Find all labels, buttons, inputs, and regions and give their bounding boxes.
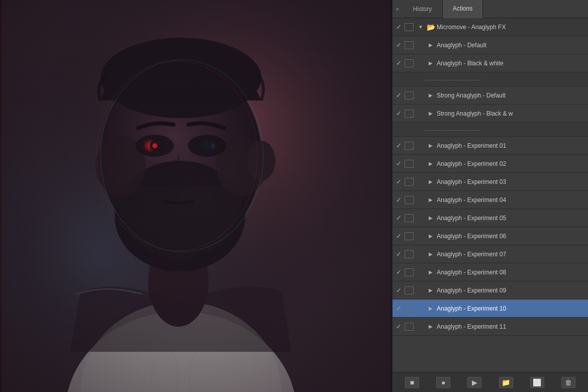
action-label-11: Anaglyph - Experiment 05 <box>436 215 586 222</box>
action-color-box-8 <box>405 160 414 168</box>
action-checkmark-12: ✓ <box>393 232 405 240</box>
separator-row-6: ------------------------ <box>393 123 588 137</box>
action-color-box-13 <box>405 250 414 258</box>
action-checkmark-7: ✓ <box>393 142 405 149</box>
action-checkmark-8: ✓ <box>393 160 405 167</box>
group-checkmark: ✓ <box>393 23 405 31</box>
close-button[interactable]: × <box>393 0 403 18</box>
action-expand-arrow-1[interactable]: ▶ <box>426 42 436 48</box>
action-row-11[interactable]: ✓▶Anaglyph - Experiment 05 <box>393 209 588 227</box>
action-expand-arrow-7[interactable]: ▶ <box>426 143 436 148</box>
actions-list[interactable]: ✓ ▼ 📂 Micromove - Anaglyph FX ✓▶Anaglyph… <box>393 18 588 372</box>
action-label-4: Strong Anaglyph - Default <box>436 92 586 99</box>
action-color-box-12 <box>405 232 414 240</box>
group-folder-icon: 📂 <box>426 23 436 31</box>
action-expand-arrow-10[interactable]: ▶ <box>426 197 436 203</box>
action-expand-arrow-4[interactable]: ▶ <box>426 92 436 98</box>
action-label-17: Anaglyph - Experiment 11 <box>436 323 586 330</box>
action-row-8[interactable]: ✓▶Anaglyph - Experiment 02 <box>393 155 588 173</box>
action-checkmark-4: ✓ <box>393 91 405 99</box>
action-row-17[interactable]: ✓▶Anaglyph - Experiment 11 <box>393 318 588 336</box>
action-label-1: Anaglyph - Default <box>436 42 586 49</box>
action-checkmark-17: ✓ <box>393 323 405 330</box>
action-row-14[interactable]: ✓▶Anaglyph - Experiment 08 <box>393 263 588 281</box>
action-checkmark-15: ✓ <box>393 286 405 294</box>
action-color-box-11 <box>405 214 414 222</box>
action-row-13[interactable]: ✓▶Anaglyph - Experiment 07 <box>393 245 588 263</box>
action-label-7: Anaglyph - Experiment 01 <box>436 142 586 149</box>
action-expand-arrow-17[interactable]: ▶ <box>426 324 436 329</box>
action-label-2: Anaglyph - Black & white <box>436 60 586 67</box>
action-color-box-1 <box>405 41 414 49</box>
action-group-row[interactable]: ✓ ▼ 📂 Micromove - Anaglyph FX <box>393 18 588 36</box>
action-color-box-14 <box>405 268 414 276</box>
action-label-13: Anaglyph - Experiment 07 <box>436 251 586 258</box>
action-checkmark-5: ✓ <box>393 110 405 117</box>
action-label-10: Anaglyph - Experiment 04 <box>436 197 586 204</box>
separator-dashes: ------------------------ <box>425 127 481 133</box>
action-checkmark-10: ✓ <box>393 196 405 204</box>
action-color-box-15 <box>405 286 414 295</box>
action-row-9[interactable]: ✓▶Anaglyph - Experiment 03 <box>393 173 588 191</box>
action-color-box-17 <box>405 323 414 331</box>
action-color-box-7 <box>405 142 414 150</box>
panel-footer: ■●▶📁⬜🗑 <box>393 372 588 392</box>
action-row-1[interactable]: ✓▶Anaglyph - Default <box>393 36 588 54</box>
action-expand-arrow-14[interactable]: ▶ <box>426 269 436 275</box>
group-color-box <box>405 23 414 31</box>
action-row-10[interactable]: ✓▶Anaglyph - Experiment 04 <box>393 191 588 209</box>
action-expand-arrow-12[interactable]: ▶ <box>426 233 436 239</box>
action-color-box-10 <box>405 196 414 204</box>
action-label-9: Anaglyph - Experiment 03 <box>436 178 586 185</box>
action-row-12[interactable]: ✓▶Anaglyph - Experiment 06 <box>393 227 588 245</box>
action-expand-arrow-16[interactable]: ▶ <box>426 306 436 311</box>
separator-row-3: ------------------------ <box>393 72 588 86</box>
action-expand-arrow-9[interactable]: ▶ <box>426 179 436 184</box>
photo-canvas <box>0 0 392 392</box>
action-checkmark-2: ✓ <box>393 59 405 67</box>
action-expand-arrow-11[interactable]: ▶ <box>426 215 436 221</box>
action-row-15[interactable]: ✓▶Anaglyph - Experiment 09 <box>393 281 588 300</box>
action-color-box-2 <box>405 59 414 67</box>
action-color-box-9 <box>405 178 414 186</box>
new-button[interactable]: ⬜ <box>530 377 544 388</box>
action-row-5[interactable]: ✓▶Strong Anaglyph - Black & w <box>393 105 588 123</box>
action-color-box-16 <box>405 305 414 313</box>
action-expand-arrow-13[interactable]: ▶ <box>426 251 436 257</box>
tab-history[interactable]: History <box>403 0 443 18</box>
group-expand-arrow[interactable]: ▼ <box>416 24 426 30</box>
folder-button[interactable]: 📁 <box>499 377 513 388</box>
action-checkmark-13: ✓ <box>393 250 405 258</box>
action-checkmark-1: ✓ <box>393 41 405 49</box>
separator-dashes: ------------------------ <box>425 76 481 82</box>
action-color-box-4 <box>405 91 414 100</box>
action-color-box-5 <box>405 110 414 118</box>
action-checkmark-16: ✓ <box>393 305 405 312</box>
group-label: Micromove - Anaglyph FX <box>436 24 586 31</box>
action-expand-arrow-15[interactable]: ▶ <box>426 287 436 293</box>
action-row-16[interactable]: ✓▶Anaglyph - Experiment 10 <box>393 300 588 318</box>
record-button[interactable]: ● <box>436 377 450 388</box>
action-label-12: Anaglyph - Experiment 06 <box>436 233 586 240</box>
action-label-5: Strong Anaglyph - Black & w <box>436 110 586 117</box>
action-row-7[interactable]: ✓▶Anaglyph - Experiment 01 <box>393 137 588 155</box>
delete-button[interactable]: 🗑 <box>561 377 575 388</box>
panel-header: × History Actions <box>393 0 588 18</box>
action-label-16: Anaglyph - Experiment 10 <box>436 305 586 312</box>
action-expand-arrow-8[interactable]: ▶ <box>426 161 436 166</box>
tab-actions[interactable]: Actions <box>443 0 483 18</box>
action-checkmark-11: ✓ <box>393 214 405 222</box>
stop-button[interactable]: ■ <box>405 377 419 388</box>
action-checkmark-9: ✓ <box>393 178 405 185</box>
action-row-2[interactable]: ✓▶Anaglyph - Black & white <box>393 54 588 72</box>
action-label-15: Anaglyph - Experiment 09 <box>436 287 586 294</box>
action-expand-arrow-2[interactable]: ▶ <box>426 60 436 66</box>
action-label-8: Anaglyph - Experiment 02 <box>436 160 586 167</box>
action-row-4[interactable]: ✓▶Strong Anaglyph - Default <box>393 86 588 105</box>
actions-panel: × History Actions ✓ ▼ 📂 Micromove - Anag… <box>392 0 588 392</box>
action-checkmark-14: ✓ <box>393 268 405 276</box>
action-label-14: Anaglyph - Experiment 08 <box>436 269 586 276</box>
action-expand-arrow-5[interactable]: ▶ <box>426 111 436 116</box>
play-button[interactable]: ▶ <box>467 377 481 388</box>
anaglyph-cyan-overlay <box>2 0 392 392</box>
